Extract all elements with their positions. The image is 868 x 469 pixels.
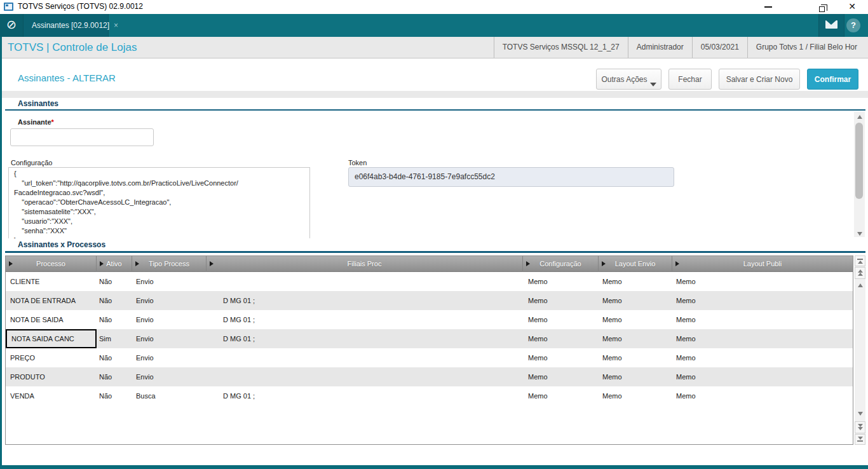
grid-cell[interactable]: NOTA SAIDA CANC: [6, 329, 97, 348]
grid-cell[interactable]: Memo: [672, 329, 853, 348]
grid-cell[interactable]: Memo: [523, 386, 599, 405]
grid-cell[interactable]: [207, 272, 523, 291]
grid-cell[interactable]: Memo: [599, 310, 672, 329]
form-scrollbar[interactable]: [854, 112, 865, 237]
grid-cell[interactable]: [207, 348, 523, 367]
grid-cell[interactable]: NOTA DE ENTRADA: [6, 291, 97, 310]
user-name[interactable]: Administrador: [628, 37, 692, 58]
restore-button[interactable]: [808, 0, 835, 14]
grid-cell[interactable]: Memo: [672, 291, 853, 310]
grid-cell[interactable]: PREÇO: [6, 348, 97, 367]
help-button[interactable]: ?: [846, 18, 860, 32]
minimize-button[interactable]: [755, 0, 782, 14]
grid-cell[interactable]: Busca: [132, 386, 207, 405]
form-scrollbar-thumb[interactable]: [855, 123, 863, 199]
grid-cell[interactable]: Não: [97, 272, 132, 291]
mail-button[interactable]: [818, 14, 844, 37]
grid-cell[interactable]: Envio: [132, 367, 207, 386]
grid-cell[interactable]: VENDA: [6, 386, 97, 405]
grid-cell[interactable]: D MG 01 ;: [207, 291, 523, 310]
current-date[interactable]: 05/03/2021: [692, 37, 747, 58]
assinante-input[interactable]: [10, 128, 154, 146]
close-button[interactable]: ✕: [839, 0, 865, 14]
group-branch[interactable]: Grupo Totvs 1 / Filial Belo Hor: [747, 37, 865, 58]
outras-acoes-button[interactable]: Outras Ações: [596, 69, 661, 90]
scroll-up-icon[interactable]: [854, 113, 865, 119]
grid-cell[interactable]: Memo: [523, 348, 599, 367]
grid-cell[interactable]: Memo: [599, 348, 672, 367]
totvs-menu-button[interactable]: ⊘: [0, 14, 24, 37]
column-header[interactable]: Layout Envio: [599, 256, 672, 272]
column-header[interactable]: Tipo Process: [132, 256, 207, 272]
column-marker-icon: [675, 261, 679, 266]
app-window-icon: [4, 3, 13, 11]
row-down-icon[interactable]: [855, 410, 865, 416]
column-marker-icon: [526, 261, 530, 266]
configuracao-textarea[interactable]: { "url_token":"http://qacorplive.totvs.c…: [8, 167, 310, 238]
grid-cell[interactable]: Memo: [672, 386, 853, 405]
page-down-button[interactable]: [855, 421, 865, 433]
grid-cell[interactable]: Envio: [132, 291, 207, 310]
tab-assinantes[interactable]: Assinantes [02.9.0012]×: [24, 14, 109, 37]
column-header[interactable]: Configuração: [523, 256, 599, 272]
grid-cell[interactable]: Não: [97, 348, 132, 367]
grid-cell[interactable]: Memo: [599, 329, 672, 348]
row-up-icon[interactable]: [855, 282, 865, 287]
grid-cell[interactable]: Não: [97, 291, 132, 310]
page-title: Assinantes - ALTERAR: [18, 72, 116, 83]
grid-cell[interactable]: D MG 01 ;: [207, 329, 523, 348]
grid-cell[interactable]: [207, 367, 523, 386]
grid-cell[interactable]: Memo: [523, 310, 599, 329]
grid-cell[interactable]: Memo: [672, 367, 853, 386]
window-titlebar: TOTVS Serviços (TOTVS) 02.9.0012 ✕: [0, 0, 868, 14]
grid-cell[interactable]: Memo: [599, 367, 672, 386]
go-last-row-button[interactable]: [855, 434, 865, 445]
column-header[interactable]: Ativo: [97, 256, 132, 272]
column-header[interactable]: Layout Publi: [672, 256, 853, 272]
toolbar-separator: [2, 91, 868, 98]
grid-cell[interactable]: Memo: [672, 310, 853, 329]
chevron-down-icon: [650, 83, 656, 86]
confirmar-button[interactable]: Confirmar: [807, 69, 858, 90]
grid-cell[interactable]: Não: [97, 386, 132, 405]
help-icon: ?: [851, 20, 856, 30]
grid-cell[interactable]: PRODUTO: [6, 367, 97, 386]
grid-cell[interactable]: Não: [97, 367, 132, 386]
grid-cell[interactable]: Memo: [523, 367, 599, 386]
column-header-label: Tipo Process: [149, 260, 189, 268]
page-left-border: [0, 37, 2, 465]
grid-cell[interactable]: Envio: [132, 329, 207, 348]
grid-cell[interactable]: Memo: [523, 329, 599, 348]
column-marker-icon: [9, 261, 13, 266]
grid-cell[interactable]: Memo: [599, 386, 672, 405]
fechar-button[interactable]: Fechar: [668, 69, 712, 90]
grid-cell[interactable]: Memo: [523, 291, 599, 310]
page-up-button[interactable]: [855, 267, 865, 279]
grid-cell[interactable]: Memo: [672, 272, 853, 291]
grid-cell[interactable]: Envio: [132, 348, 207, 367]
totvs-logo-icon: ⊘: [6, 18, 17, 31]
environment-info: TOTVS Serviços MSSQL 12_1_27 Administrad…: [494, 37, 865, 58]
grid-cell[interactable]: D MG 01 ;: [207, 386, 523, 405]
grid-cell[interactable]: Sim: [97, 329, 132, 348]
grid-cell[interactable]: Envio: [132, 310, 207, 329]
tab-close-icon[interactable]: ×: [114, 21, 118, 30]
grid-cell[interactable]: Não: [97, 310, 132, 329]
grid-cell[interactable]: NOTA DE SAIDA: [6, 310, 97, 329]
grid-scrollbar[interactable]: [855, 255, 865, 445]
grid-cell[interactable]: CLIENTE: [6, 272, 97, 291]
grid-cell[interactable]: D MG 01 ;: [207, 310, 523, 329]
column-header[interactable]: Processo: [6, 256, 97, 272]
grid-cell[interactable]: Memo: [672, 348, 853, 367]
grid-cell[interactable]: Memo: [599, 272, 672, 291]
scroll-down-icon[interactable]: [854, 230, 865, 236]
column-header-label: Layout Envio: [615, 260, 656, 268]
column-header[interactable]: Filiais Proc: [207, 256, 523, 272]
go-first-row-button[interactable]: [855, 255, 865, 266]
grid-cell[interactable]: Envio: [132, 272, 207, 291]
configuracao-textarea-clip: { "url_token":"http://qacorplive.totvs.c…: [8, 167, 310, 238]
grid-cell[interactable]: Memo: [523, 272, 599, 291]
column-marker-icon: [135, 261, 139, 266]
salvar-e-criar-novo-button[interactable]: Salvar e Criar Novo: [719, 69, 800, 90]
grid-cell[interactable]: Memo: [599, 291, 672, 310]
